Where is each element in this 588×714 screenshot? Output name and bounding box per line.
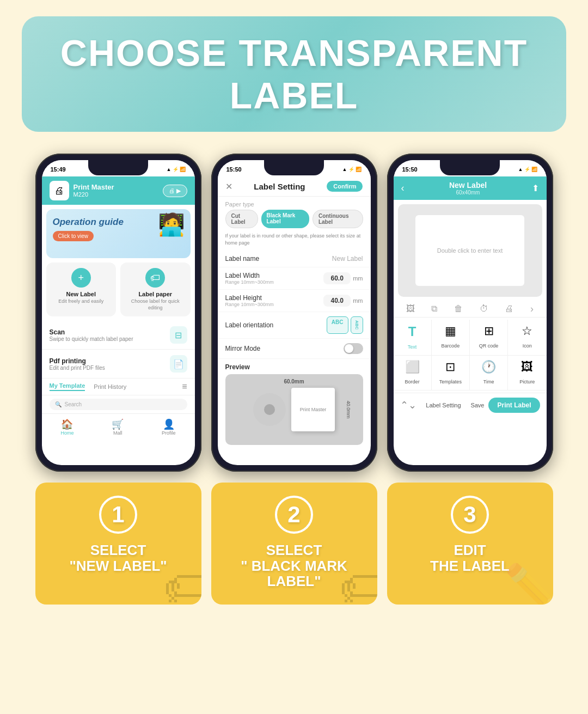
label-setting-topbar: ✕ Label Setting Confirm bbox=[218, 176, 371, 197]
header-banner: CHOOSE TRANSPARENT LABEL bbox=[22, 16, 566, 132]
phone-1-notch bbox=[88, 160, 148, 175]
print-label-btn[interactable]: Print Label bbox=[488, 398, 540, 413]
filter-icon[interactable]: ≡ bbox=[182, 382, 187, 392]
status-time-2: 15:50 bbox=[226, 166, 242, 173]
icon-icon: ☆ bbox=[510, 324, 544, 338]
mirror-mode-row: Mirror Mode bbox=[218, 339, 371, 359]
label-width-label: Label Width bbox=[225, 272, 274, 279]
label-paper-btn[interactable]: 🏷 Label paper Choose label for quick edi… bbox=[120, 263, 191, 316]
pdf-sub: Edit and print PDF files bbox=[50, 365, 105, 371]
toolbar-print-icon-btn[interactable]: 🖨 bbox=[505, 304, 513, 314]
barcode-label: Barcode bbox=[442, 343, 460, 349]
tab-my-template[interactable]: My Template bbox=[50, 382, 85, 391]
tool-barcode[interactable]: ▦ Barcode bbox=[432, 320, 470, 356]
hint-text: If your label is in round or other shape… bbox=[218, 233, 371, 251]
label-height-unit: mm bbox=[353, 297, 363, 304]
header-title: CHOOSE TRANSPARENT LABEL bbox=[44, 32, 544, 117]
label-width-unit: mm bbox=[353, 275, 363, 282]
step-3-action: EDIT bbox=[398, 542, 542, 558]
roll-center bbox=[264, 404, 275, 415]
pdf-info: Pdf printing Edit and print PDF files bbox=[50, 357, 105, 371]
tool-icon[interactable]: ☆ Icon bbox=[508, 320, 546, 356]
tools-grid: T Text ▦ Barcode ⊞ QR code ☆ Icon ⬜ Bo bbox=[394, 318, 547, 393]
toolbar-row: 🖼 ⧉ 🗑 ⏱ 🖨 › bbox=[394, 301, 547, 318]
search-row[interactable]: 🔍 Search bbox=[50, 399, 187, 410]
save-btn[interactable]: Save bbox=[470, 402, 484, 408]
orient-horizontal-btn[interactable]: ABC bbox=[327, 316, 348, 333]
time-label: Time bbox=[483, 379, 494, 385]
orientation-buttons: ABC ABC bbox=[327, 316, 363, 333]
close-icon[interactable]: ✕ bbox=[225, 181, 232, 192]
steps-row: 1 SELECT "NEW LABEL" 🏷 2 SELECT " BLACK … bbox=[0, 472, 588, 621]
phones-container: 15:49 ▲ ⚡ 📶 🖨 Print Master M220 🖨 ▶ Oper… bbox=[0, 143, 588, 472]
profile-icon: 👤 bbox=[162, 418, 176, 430]
tool-qrcode[interactable]: ⊞ QR code bbox=[470, 320, 508, 356]
search-placeholder: Search bbox=[65, 401, 82, 407]
canvas-inner: Double click to enter text bbox=[415, 215, 524, 286]
pdf-item[interactable]: Pdf printing Edit and print PDF files 📄 bbox=[42, 350, 195, 379]
status-time-3: 15:50 bbox=[402, 166, 418, 173]
orient-vertical-btn[interactable]: ABC bbox=[351, 316, 363, 333]
step-3-number: 3 bbox=[451, 496, 489, 534]
label-setting-link[interactable]: Label Setting bbox=[421, 402, 467, 408]
status-icons-3: ▲ ⚡ 📶 bbox=[518, 167, 538, 172]
step-3-card: 3 EDIT THE LABEL ✏️ bbox=[387, 483, 553, 605]
toolbar-clock-btn[interactable]: ⏱ bbox=[480, 304, 488, 314]
confirm-button[interactable]: Confirm bbox=[327, 181, 363, 192]
label-height-sub: Range 10mm~300mm bbox=[225, 302, 274, 307]
toolbar-more-btn[interactable]: › bbox=[530, 303, 534, 315]
black-mark-label-btn[interactable]: Black Mark Label bbox=[261, 210, 309, 228]
mirror-toggle[interactable] bbox=[344, 343, 363, 354]
toolbar-delete-btn[interactable]: 🗑 bbox=[454, 304, 463, 314]
label-height-input[interactable]: 40.0 bbox=[323, 295, 351, 307]
tool-time[interactable]: 🕐 Time bbox=[470, 356, 508, 390]
editor-topbar: ‹ New Label 60x40mm ⬆ bbox=[394, 176, 547, 200]
op-guide-banner: Operation guide Click to view 🧑‍💻 bbox=[46, 209, 191, 258]
tool-border[interactable]: ⬜ Border bbox=[394, 356, 432, 390]
label-height-value: 40.0 mm bbox=[323, 295, 363, 307]
new-label-btn[interactable]: + New Label Edit freely and easily bbox=[46, 263, 117, 316]
share-icon[interactable]: ⬆ bbox=[532, 183, 539, 193]
label-paper-title: Label paper bbox=[125, 291, 186, 297]
preview-section: Preview 60.0mm Print Master 40.0mm bbox=[225, 363, 363, 445]
border-icon: ⬜ bbox=[396, 360, 429, 374]
cut-label-btn[interactable]: Cut Label bbox=[225, 210, 258, 228]
op-guide-btn[interactable]: Click to view bbox=[53, 231, 94, 241]
expand-icon[interactable]: ⌃⌄ bbox=[400, 399, 416, 411]
label-height-label: Label Height bbox=[225, 294, 274, 302]
border-label: Border bbox=[405, 379, 420, 385]
canvas-area[interactable]: Double click to enter text bbox=[398, 204, 542, 297]
nav-home-label: Home bbox=[60, 430, 74, 436]
tab-print-history[interactable]: Print History bbox=[94, 383, 126, 390]
step-2-number: 2 bbox=[275, 496, 313, 534]
picture-label: Picture bbox=[519, 379, 535, 385]
label-name-row: Label name New Label bbox=[218, 251, 371, 267]
preview-title: Preview bbox=[225, 363, 363, 371]
toggle-knob bbox=[345, 344, 353, 353]
tool-picture[interactable]: 🖼 Picture bbox=[508, 356, 546, 390]
label-width-input[interactable]: 60.0 bbox=[323, 272, 351, 284]
nav-home[interactable]: 🏠 Home bbox=[60, 418, 74, 436]
nav-mall-label: Mall bbox=[113, 430, 122, 436]
nav-mall[interactable]: 🛒 Mall bbox=[112, 418, 124, 436]
continuous-label-btn[interactable]: Continuous Label bbox=[313, 210, 363, 228]
picture-icon: 🖼 bbox=[510, 360, 544, 374]
grid-buttons: + New Label Edit freely and easily 🏷 Lab… bbox=[46, 263, 191, 316]
label-setting-title: Label Setting bbox=[254, 182, 305, 191]
toolbar-copy-btn[interactable]: ⧉ bbox=[431, 304, 437, 314]
new-label-title: New Label bbox=[51, 291, 112, 297]
toolbar-image-btn[interactable]: 🖼 bbox=[406, 304, 415, 314]
tool-templates[interactable]: ⊡ Templates bbox=[432, 356, 470, 390]
print-btn-1[interactable]: 🖨 ▶ bbox=[163, 185, 187, 197]
pdf-title: Pdf printing bbox=[50, 357, 105, 365]
templates-label: Templates bbox=[439, 379, 462, 385]
step-1-number: 1 bbox=[99, 496, 137, 534]
step-3-bg-icon: ✏️ bbox=[504, 562, 553, 605]
step-2-card: 2 SELECT " BLACK MARK LABEL" 🏷 bbox=[211, 483, 377, 605]
app-header-1: 🖨 Print Master M220 🖨 ▶ bbox=[42, 176, 195, 205]
scan-item[interactable]: Scan Swipe to quickly match label paper … bbox=[42, 321, 195, 350]
tool-text[interactable]: T Text bbox=[394, 320, 432, 356]
nav-profile[interactable]: 👤 Profile bbox=[162, 418, 176, 436]
editor-title: New Label bbox=[405, 181, 532, 190]
preview-width-dim: 60.0mm bbox=[284, 379, 304, 385]
